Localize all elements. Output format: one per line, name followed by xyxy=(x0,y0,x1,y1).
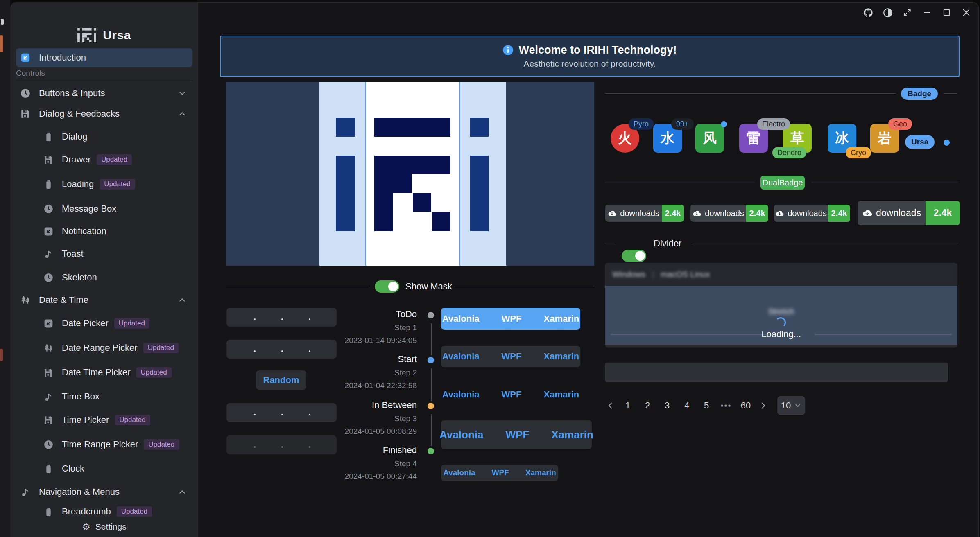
theme-toggle-button[interactable] xyxy=(882,7,893,18)
button-xamarin[interactable]: Xamarin xyxy=(517,468,564,477)
resize-button[interactable] xyxy=(902,7,913,18)
dual-badge-downloads[interactable]: downloads2.4k xyxy=(774,205,850,222)
dualbadge-divider-pill: DualBadge xyxy=(760,176,805,190)
button-avalonia[interactable]: Avalonia xyxy=(428,429,494,441)
page-button-2[interactable]: 2 xyxy=(641,400,654,411)
show-mask-toggle[interactable] xyxy=(375,280,399,293)
tab-macos-linux[interactable]: macOS Linux xyxy=(661,270,710,279)
button-xamarin[interactable]: Xamarin xyxy=(540,429,604,441)
timeline-time: 2024-01-05 00:27:44 xyxy=(310,472,417,481)
chevron-right-icon[interactable] xyxy=(758,401,767,410)
sidebar-item-navigation-menus[interactable]: Navigation & Menus xyxy=(16,483,192,501)
corner-badge-electro: Electro xyxy=(757,118,790,130)
battery-icon xyxy=(43,506,54,517)
empty-text-input[interactable] xyxy=(605,363,948,382)
sidebar-item-buttons-inputs[interactable]: Buttons & Inputs xyxy=(16,84,192,103)
clock-icon xyxy=(43,440,54,450)
gear-icon: ⚙ xyxy=(82,521,91,532)
sidebar-item-time-box[interactable]: Time Box xyxy=(16,387,192,406)
loading-spinner xyxy=(775,317,786,328)
sidebar-item-notification[interactable]: Notification xyxy=(16,222,192,241)
ipv4-separator-dot xyxy=(281,446,283,448)
maximize-button[interactable] xyxy=(941,7,952,18)
sidebar-item-date-picker[interactable]: Date PickerUpdated xyxy=(16,314,192,333)
sidebar-item-time-picker[interactable]: Time PickerUpdated xyxy=(16,411,192,429)
chevron-left-icon[interactable] xyxy=(606,401,615,410)
background-window-sliver xyxy=(0,35,3,52)
button-wpf[interactable]: WPF xyxy=(484,468,517,477)
button-wpf[interactable]: WPF xyxy=(495,429,541,441)
page-button-3[interactable]: 3 xyxy=(660,400,674,411)
button-avalonia[interactable]: Avalonia xyxy=(431,314,491,324)
settings-button[interactable]: ⚙ Settings xyxy=(10,517,198,537)
sidebar-item-date-time-picker[interactable]: Date Time PickerUpdated xyxy=(16,363,192,382)
page-button-1[interactable]: 1 xyxy=(621,400,635,411)
sidebar-item-dialog-feedbacks[interactable]: Dialog & Feedbacks xyxy=(16,104,192,123)
sidebar-item-message-box[interactable]: Message Box xyxy=(16,199,192,218)
sidebar-item-date-range-picker[interactable]: Date Range PickerUpdated xyxy=(16,338,192,357)
note-icon xyxy=(20,487,31,497)
page-button-5[interactable]: 5 xyxy=(699,400,713,411)
trees-icon xyxy=(43,343,54,353)
dual-badge-label-text: downloads xyxy=(876,208,921,219)
close-button[interactable] xyxy=(961,7,972,18)
sidebar-item-drawer[interactable]: DrawerUpdated xyxy=(16,150,192,169)
random-button[interactable]: Random xyxy=(256,370,306,390)
sidebar-item-time-range-picker[interactable]: Time Range PickerUpdated xyxy=(16,435,192,454)
divider-line xyxy=(943,93,957,94)
timeline-connector xyxy=(431,323,432,355)
chevron-down-icon xyxy=(178,89,187,98)
timeline-item-2: StartStep 22024-01-04 22:32:58 xyxy=(310,354,417,390)
pagination: 12345•••6010 xyxy=(606,396,805,415)
page-size-value: 10 xyxy=(781,400,791,411)
divider-line xyxy=(692,244,958,244)
clock-icon xyxy=(43,273,54,283)
dual-badge-downloads[interactable]: downloads2.4k xyxy=(690,205,768,222)
sidebar-item-introduction[interactable]: Introduction xyxy=(16,48,192,67)
element-tile-anemo[interactable]: 风 xyxy=(695,124,724,153)
button-xamarin[interactable]: Xamarin xyxy=(532,314,590,324)
dual-badge-value: 2.4k xyxy=(662,205,684,222)
tab-windows[interactable]: Windows xyxy=(612,270,645,279)
minimize-button[interactable] xyxy=(921,7,932,18)
sidebar-item-clock[interactable]: Clock xyxy=(16,459,192,478)
background-window-sliver xyxy=(0,349,3,361)
button-avalonia[interactable]: Avalonia xyxy=(435,468,484,477)
note-icon xyxy=(20,487,31,497)
dual-badge-downloads[interactable]: downloads2.4k xyxy=(858,201,960,225)
sidebar-item-label: Time Range Picker xyxy=(62,439,138,450)
battery-icon xyxy=(43,132,54,142)
sidebar-item-loading[interactable]: LoadingUpdated xyxy=(16,175,192,194)
button-group-solid: AvaloniaWPFXamarin xyxy=(441,308,580,330)
clock-icon xyxy=(20,88,31,99)
button-avalonia[interactable]: Avalonia xyxy=(431,389,491,400)
sidebar-item-label: Skeleton xyxy=(62,272,97,283)
sidebar-item-toast[interactable]: Toast xyxy=(16,244,192,263)
floppy-icon xyxy=(43,415,54,425)
button-wpf[interactable]: WPF xyxy=(491,389,533,400)
button-avalonia[interactable]: Avalonia xyxy=(431,351,491,362)
page-button-60[interactable]: 60 xyxy=(739,400,753,411)
cloud-download-icon xyxy=(608,209,616,218)
sidebar-item-skeleton[interactable]: Skeleton xyxy=(16,268,192,287)
sidebar-item-dialog[interactable]: Dialog xyxy=(16,127,192,146)
button-xamarin[interactable]: Xamarin xyxy=(532,351,590,362)
dual-badge-downloads[interactable]: downloads2.4k xyxy=(605,205,684,222)
divider-toggle[interactable] xyxy=(622,250,646,262)
loading-panel-body: Stretch Loading... xyxy=(605,286,957,345)
button-xamarin[interactable]: Xamarin xyxy=(532,389,590,400)
sidebar-item-label: Message Box xyxy=(62,203,116,214)
button-wpf[interactable]: WPF xyxy=(491,314,533,324)
divider-line xyxy=(812,183,958,183)
ipv4-separator-dot xyxy=(254,318,256,320)
sidebar-item-label: Date & Time xyxy=(39,295,88,305)
floppy-icon xyxy=(43,367,54,378)
divider-line xyxy=(226,287,369,287)
page-size-select[interactable]: 10 xyxy=(777,396,805,415)
page-button-4[interactable]: 4 xyxy=(680,400,694,411)
github-button[interactable] xyxy=(862,7,874,18)
sidebar-item-label: Dialog xyxy=(62,131,87,142)
sidebar-item-date-time[interactable]: Date & Time xyxy=(16,291,192,309)
button-wpf[interactable]: WPF xyxy=(491,351,533,362)
ipv4-separator-dot xyxy=(254,350,256,352)
